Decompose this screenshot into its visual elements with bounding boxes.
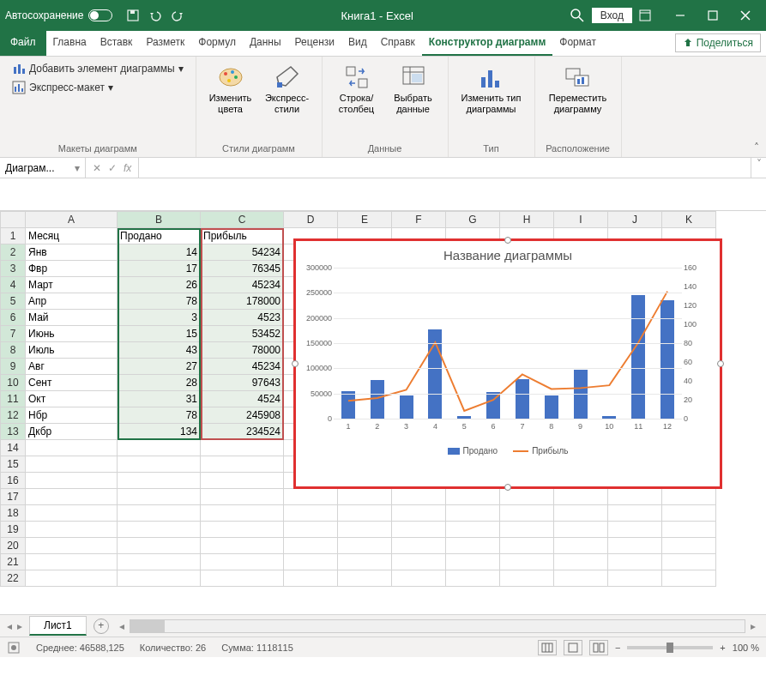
cell[interactable] [284, 522, 338, 538]
row-header[interactable]: 11 [0, 391, 26, 407]
cell[interactable]: 45234 [201, 359, 284, 375]
cell[interactable]: 53452 [201, 326, 284, 342]
cell[interactable]: 31 [118, 391, 201, 407]
chart-plot[interactable]: 050000100000150000200000250000300000 020… [334, 268, 682, 431]
cell[interactable] [201, 505, 284, 522]
cell[interactable] [500, 570, 554, 587]
cell[interactable] [392, 522, 446, 538]
cell[interactable] [608, 489, 662, 505]
column-header[interactable]: A [26, 211, 118, 228]
cell[interactable] [392, 505, 446, 522]
normal-view-button[interactable] [538, 640, 557, 655]
cell[interactable]: Окт [26, 391, 118, 407]
cell[interactable] [201, 554, 284, 570]
cell[interactable] [284, 554, 338, 570]
cell[interactable]: 245908 [201, 407, 284, 424]
column-header[interactable]: I [554, 211, 608, 228]
column-header[interactable]: B [118, 211, 201, 228]
autosave-toggle[interactable]: Автосохранение [5, 9, 112, 21]
cell[interactable] [201, 440, 284, 456]
cell[interactable]: 97643 [201, 375, 284, 391]
switch-rowcol-button[interactable]: Строка/столбец [331, 60, 383, 115]
cell[interactable] [338, 570, 392, 587]
tab-insert[interactable]: Вставк [93, 31, 140, 56]
cell[interactable]: 78000 [201, 342, 284, 359]
cell[interactable] [608, 538, 662, 554]
cell[interactable] [26, 570, 118, 587]
cell[interactable] [392, 538, 446, 554]
row-header[interactable]: 5 [0, 293, 26, 310]
row-header[interactable]: 9 [0, 359, 26, 375]
cell[interactable]: Фвр [26, 261, 118, 277]
cell[interactable] [26, 538, 118, 554]
cell[interactable] [26, 456, 118, 473]
cell[interactable]: 15 [118, 326, 201, 342]
cell[interactable] [392, 554, 446, 570]
search-icon[interactable] [570, 8, 585, 23]
tab-view[interactable]: Вид [341, 31, 374, 56]
share-button[interactable]: Поделиться [675, 33, 761, 52]
cell[interactable] [338, 538, 392, 554]
cell[interactable]: 26 [118, 277, 201, 293]
expand-formula-icon[interactable]: ˅ [751, 158, 766, 178]
cancel-formula-icon[interactable]: ✕ [93, 162, 101, 174]
cell[interactable]: Сент [26, 375, 118, 391]
cell[interactable] [392, 489, 446, 505]
select-all-corner[interactable] [0, 211, 26, 228]
zoom-slider[interactable] [627, 646, 713, 649]
scroll-left-icon[interactable]: ◂ [119, 620, 124, 632]
column-header[interactable]: H [500, 211, 554, 228]
row-header[interactable]: 14 [0, 440, 26, 456]
zoom-value[interactable]: 100 % [733, 643, 759, 653]
cell[interactable] [201, 522, 284, 538]
change-chart-type-button[interactable]: Изменить тип диаграммы [457, 60, 526, 115]
tab-formulas[interactable]: Формул [191, 31, 243, 56]
cell[interactable] [26, 440, 118, 456]
zoom-out-button[interactable]: − [615, 643, 620, 653]
cell[interactable]: 78 [118, 407, 201, 424]
quick-styles-button[interactable]: Экспресс-стили [262, 60, 313, 115]
row-header[interactable]: 4 [0, 277, 26, 293]
cell[interactable] [554, 489, 608, 505]
row-header[interactable]: 8 [0, 342, 26, 359]
tab-data[interactable]: Данны [243, 31, 288, 56]
row-header[interactable]: 17 [0, 489, 26, 505]
cell[interactable] [662, 505, 716, 522]
cell[interactable] [338, 489, 392, 505]
move-chart-button[interactable]: Переместить диаграмму [544, 60, 612, 115]
cell[interactable] [500, 554, 554, 570]
cell[interactable]: 178000 [201, 293, 284, 310]
cell[interactable] [554, 538, 608, 554]
enter-formula-icon[interactable]: ✓ [108, 162, 117, 174]
cell[interactable] [446, 538, 500, 554]
cell[interactable] [500, 522, 554, 538]
column-header[interactable]: C [201, 211, 284, 228]
cell[interactable] [118, 440, 201, 456]
cell[interactable] [554, 570, 608, 587]
page-layout-view-button[interactable] [564, 640, 582, 655]
login-button[interactable]: Вход [592, 8, 632, 23]
cell[interactable] [118, 554, 201, 570]
chart-title[interactable]: Название диаграммы [306, 248, 709, 262]
horizontal-scrollbar[interactable] [130, 619, 745, 633]
row-header[interactable]: 20 [0, 538, 26, 554]
record-macro-icon[interactable] [7, 641, 21, 655]
formula-input[interactable] [139, 158, 751, 178]
cell[interactable]: Июль [26, 342, 118, 359]
minimize-button[interactable] [665, 3, 696, 27]
row-header[interactable]: 21 [0, 554, 26, 570]
cell[interactable] [338, 554, 392, 570]
cell[interactable] [554, 554, 608, 570]
tab-layout[interactable]: Разметк [139, 31, 191, 56]
cell[interactable] [26, 554, 118, 570]
row-header[interactable]: 1 [0, 228, 26, 244]
cell[interactable] [662, 538, 716, 554]
spreadsheet-grid[interactable]: 12345678910111213141516171819202122 ABCD… [0, 211, 766, 614]
chart-object[interactable]: Название диаграммы 050000100000150000200… [293, 238, 722, 489]
cell[interactable]: Апр [26, 293, 118, 310]
page-break-view-button[interactable] [589, 640, 608, 655]
cell[interactable] [284, 489, 338, 505]
cell[interactable] [500, 538, 554, 554]
tab-home[interactable]: Главна [46, 31, 93, 56]
column-header[interactable]: D [284, 211, 338, 228]
